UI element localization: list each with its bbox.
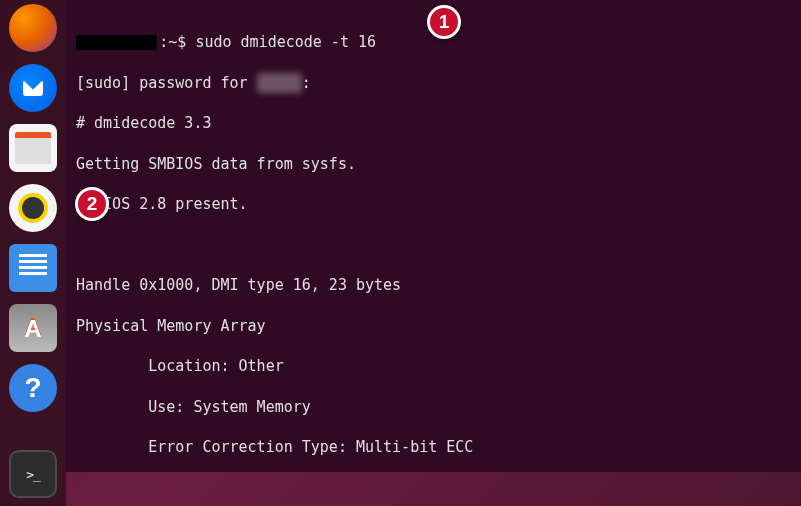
annotation-badge-2: 2: [75, 187, 109, 221]
output-blank: [76, 235, 791, 255]
annotation-badge-1: 1: [427, 5, 461, 39]
rhythmbox-icon[interactable]: [9, 184, 57, 232]
output-handle: Handle 0x1000, DMI type 16, 23 bytes: [76, 275, 791, 295]
files-icon[interactable]: [9, 124, 57, 172]
libreoffice-writer-icon[interactable]: [9, 244, 57, 292]
firefox-icon[interactable]: [9, 4, 57, 52]
command-1: sudo dmidecode -t 16: [195, 33, 376, 51]
output-ecc: Error Correction Type: Multi-bit ECC: [76, 437, 791, 457]
help-icon[interactable]: [9, 364, 57, 412]
dock: [0, 0, 66, 506]
output-location: Location: Other: [76, 356, 791, 376]
ubuntu-software-icon[interactable]: [9, 304, 57, 352]
output-use: Use: System Memory: [76, 397, 791, 417]
output-sudo-password: [sudo] password for xxxxx:: [76, 73, 791, 93]
output-smbios-source: Getting SMBIOS data from sysfs.: [76, 154, 791, 174]
prompt-sep: :~$: [159, 33, 195, 51]
output-array-title: Physical Memory Array: [76, 316, 791, 336]
output-smbios-version: SMBIOS 2.8 present.: [76, 194, 791, 214]
thunderbird-icon[interactable]: [9, 64, 57, 112]
redacted-username: xxxxx: [257, 73, 302, 93]
output-version: # dmidecode 3.3: [76, 113, 791, 133]
redacted-user-host: [76, 35, 157, 50]
terminal-window[interactable]: :~$ sudo dmidecode -t 16 [sudo] password…: [66, 0, 801, 472]
terminal-icon[interactable]: [9, 450, 57, 498]
